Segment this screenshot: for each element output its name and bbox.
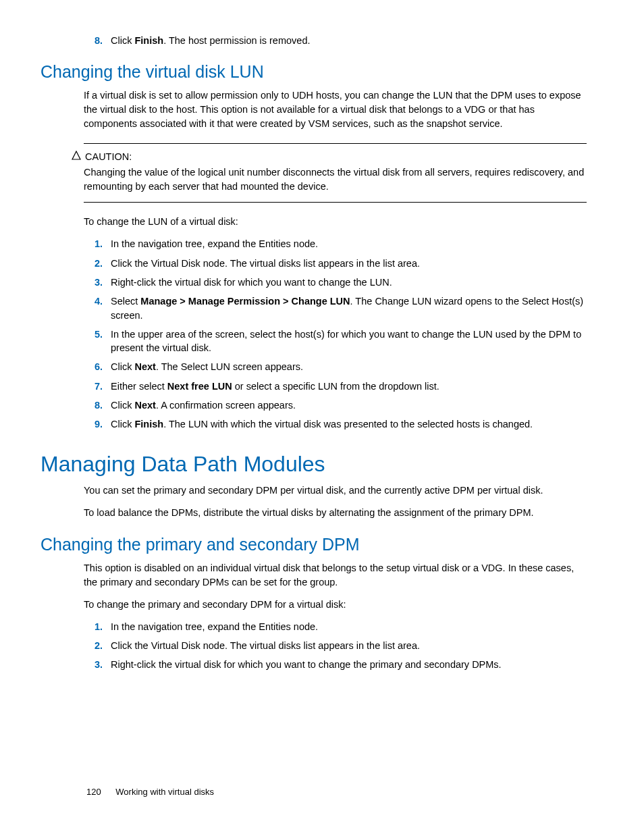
step-body: In the navigation tree, expand the Entit… — [111, 620, 587, 633]
step-body: Right-click the virtual disk for which y… — [111, 276, 587, 289]
step-1: 1. In the navigation tree, expand the En… — [88, 237, 587, 251]
step-body: Click the Virtual Disk node. The virtual… — [111, 257, 587, 270]
step-number: 8. — [88, 398, 111, 412]
step-list-lun: 1. In the navigation tree, expand the En… — [88, 237, 587, 431]
step-4: 4. Select Manage > Manage Permission > C… — [88, 294, 587, 322]
step-3: 3. Right-click the virtual disk for whic… — [88, 658, 587, 671]
step-7: 7. Either select Next free LUN or select… — [88, 380, 587, 393]
step-2: 2. Click the Virtual Disk node. The virt… — [88, 257, 587, 270]
caution-body: Changing the value of the logical unit n… — [84, 165, 587, 194]
heading-changing-lun: Changing the virtual disk LUN — [41, 62, 587, 82]
caution-block: CAUTION: Changing the value of the logic… — [84, 143, 587, 203]
step-body: Either select Next free LUN or select a … — [111, 380, 587, 393]
step-body: Click Finish. The host permission is rem… — [111, 34, 587, 47]
heading-changing-dpm: Changing the primary and secondary DPM — [41, 535, 587, 554]
step-8: 8. Click Next. A confirmation screen app… — [88, 398, 587, 412]
step-list-dpm: 1. In the navigation tree, expand the En… — [88, 620, 587, 672]
step-6: 6. Click Next. The Select LUN screen app… — [88, 360, 587, 373]
step-body: Click Next. A confirmation screen appear… — [111, 398, 587, 412]
intro-paragraph: This option is disabled on an individual… — [84, 561, 587, 590]
step-number: 3. — [88, 276, 111, 289]
step-number: 5. — [88, 328, 111, 355]
heading-managing-dpm: Managing Data Path Modules — [41, 452, 587, 477]
caution-label: CAUTION: — [85, 151, 132, 162]
step-number: 4. — [88, 294, 111, 322]
intro-paragraph: If a virtual disk is set to allow permis… — [84, 88, 587, 131]
step-number: 1. — [88, 237, 111, 251]
step-9: 9. Click Finish. The LUN with which the … — [88, 417, 587, 431]
step-number: 7. — [88, 380, 111, 393]
step-number: 6. — [88, 360, 111, 373]
step-number: 2. — [88, 257, 111, 270]
caution-header: CAUTION: — [84, 151, 587, 163]
step-number: 2. — [88, 639, 111, 652]
step-body: In the navigation tree, expand the Entit… — [111, 237, 587, 251]
step-body: Click Next. The Select LUN screen appear… — [111, 360, 587, 373]
step-body: Select Manage > Manage Permission > Chan… — [111, 294, 587, 322]
paragraph: You can set the primary and secondary DP… — [84, 484, 587, 498]
step-number: 8. — [88, 34, 111, 47]
lead-text: To change the LUN of a virtual disk: — [84, 215, 587, 229]
page-number: 120 — [86, 787, 101, 797]
paragraph: To load balance the DPMs, distribute the… — [84, 506, 587, 520]
step-3: 3. Right-click the virtual disk for whic… — [88, 276, 587, 289]
step-8-top: 8. Click Finish. The host permission is … — [88, 34, 587, 47]
step-body: In the upper area of the screen, select … — [111, 328, 587, 355]
step-number: 1. — [88, 620, 111, 633]
step-5: 5. In the upper area of the screen, sele… — [88, 328, 587, 355]
step-2: 2. Click the Virtual Disk node. The virt… — [88, 639, 587, 652]
footer-title: Working with virtual disks — [115, 787, 214, 797]
lead-text: To change the primary and secondary DPM … — [84, 598, 587, 612]
page: 8. Click Finish. The host permission is … — [0, 0, 644, 834]
step-body: Right-click the virtual disk for which y… — [111, 658, 587, 671]
step-number: 9. — [88, 417, 111, 431]
step-number: 3. — [88, 658, 111, 671]
step-body: Click Finish. The LUN with which the vir… — [111, 417, 587, 431]
page-footer: 120 Working with virtual disks — [86, 787, 214, 797]
step-1: 1. In the navigation tree, expand the En… — [88, 620, 587, 633]
caution-icon — [72, 151, 81, 163]
step-body: Click the Virtual Disk node. The virtual… — [111, 639, 587, 652]
step-list-top: 8. Click Finish. The host permission is … — [88, 34, 587, 47]
